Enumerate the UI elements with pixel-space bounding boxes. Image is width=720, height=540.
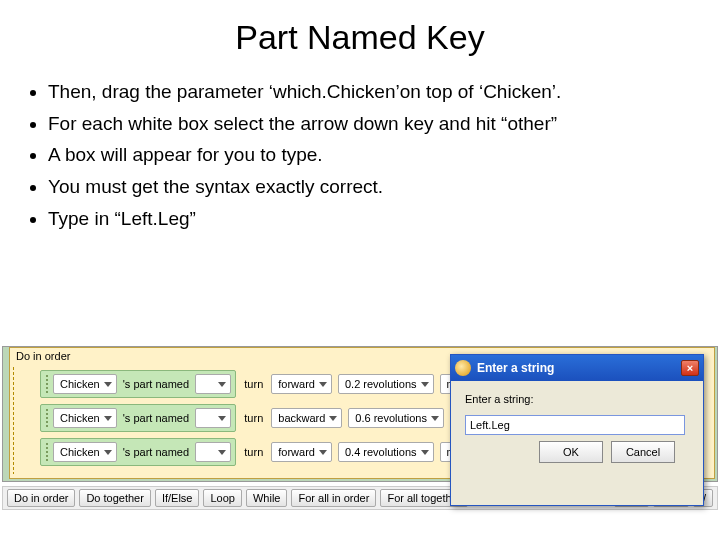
string-input[interactable]	[465, 415, 685, 435]
bullet-list: Then, drag the parameter ‘which.Chicken’…	[48, 79, 668, 231]
grip-icon[interactable]	[12, 366, 15, 474]
bullet-item: A box will appear for you to type.	[48, 142, 668, 168]
part-name-dropdown[interactable]	[195, 408, 231, 428]
bullet-item: For each white box select the arrow down…	[48, 111, 668, 137]
op-label: 's part named	[121, 412, 191, 424]
tile-do-together[interactable]: Do together	[79, 489, 150, 507]
statement-row[interactable]: Chicken 's part named turn forward 0.2 r…	[40, 370, 498, 398]
op-label: 's part named	[121, 446, 191, 458]
object-dropdown[interactable]: Chicken	[53, 374, 117, 394]
chevron-down-icon	[218, 450, 226, 455]
bullet-item: You must get the syntax exactly correct.	[48, 174, 668, 200]
cancel-button[interactable]: Cancel	[611, 441, 675, 463]
close-button[interactable]: ×	[681, 360, 699, 376]
chevron-down-icon	[421, 382, 429, 387]
chevron-down-icon	[104, 416, 112, 421]
action-label: turn	[242, 412, 265, 424]
action-label: turn	[242, 378, 265, 390]
bullet-item: Then, drag the parameter ‘which.Chicken’…	[48, 79, 668, 105]
tile-do-in-order[interactable]: Do in order	[7, 489, 75, 507]
enter-string-dialog: Enter a string × Enter a string: OK Canc…	[450, 354, 704, 506]
tile-loop[interactable]: Loop	[203, 489, 241, 507]
op-label: 's part named	[121, 378, 191, 390]
app-icon	[455, 360, 471, 376]
dialog-titlebar[interactable]: Enter a string ×	[451, 355, 703, 381]
amount-dropdown[interactable]: 0.6 revolutions	[348, 408, 444, 428]
object-dropdown[interactable]: Chicken	[53, 442, 117, 462]
statement-row[interactable]: Chicken 's part named turn forward 0.4 r…	[40, 438, 498, 466]
chevron-down-icon	[104, 450, 112, 455]
chevron-down-icon	[218, 382, 226, 387]
dialog-title-text: Enter a string	[477, 361, 554, 375]
chevron-down-icon	[329, 416, 337, 421]
part-name-dropdown[interactable]	[195, 442, 231, 462]
direction-dropdown[interactable]: backward	[271, 408, 342, 428]
amount-dropdown[interactable]: 0.4 revolutions	[338, 442, 434, 462]
chevron-down-icon	[319, 382, 327, 387]
chevron-down-icon	[104, 382, 112, 387]
subject-tile[interactable]: Chicken 's part named	[40, 370, 236, 398]
chevron-down-icon	[218, 416, 226, 421]
tile-for-all-in-order[interactable]: For all in order	[291, 489, 376, 507]
grip-icon[interactable]	[45, 442, 49, 462]
object-dropdown[interactable]: Chicken	[53, 408, 117, 428]
chevron-down-icon	[421, 450, 429, 455]
action-label: turn	[242, 446, 265, 458]
direction-dropdown[interactable]: forward	[271, 374, 332, 394]
page-title: Part Named Key	[0, 18, 720, 57]
dialog-prompt: Enter a string:	[465, 393, 689, 405]
bullet-item: Type in “Left.Leg”	[48, 206, 668, 232]
grip-icon[interactable]	[45, 374, 49, 394]
subject-tile[interactable]: Chicken 's part named	[40, 438, 236, 466]
statement-row[interactable]: Chicken 's part named turn backward 0.6 …	[40, 404, 508, 432]
part-name-dropdown[interactable]	[195, 374, 231, 394]
tile-while[interactable]: While	[246, 489, 288, 507]
grip-icon[interactable]	[45, 408, 49, 428]
ok-button[interactable]: OK	[539, 441, 603, 463]
amount-dropdown[interactable]: 0.2 revolutions	[338, 374, 434, 394]
direction-dropdown[interactable]: forward	[271, 442, 332, 462]
subject-tile[interactable]: Chicken 's part named	[40, 404, 236, 432]
chevron-down-icon	[319, 450, 327, 455]
tile-if-else[interactable]: If/Else	[155, 489, 200, 507]
chevron-down-icon	[431, 416, 439, 421]
